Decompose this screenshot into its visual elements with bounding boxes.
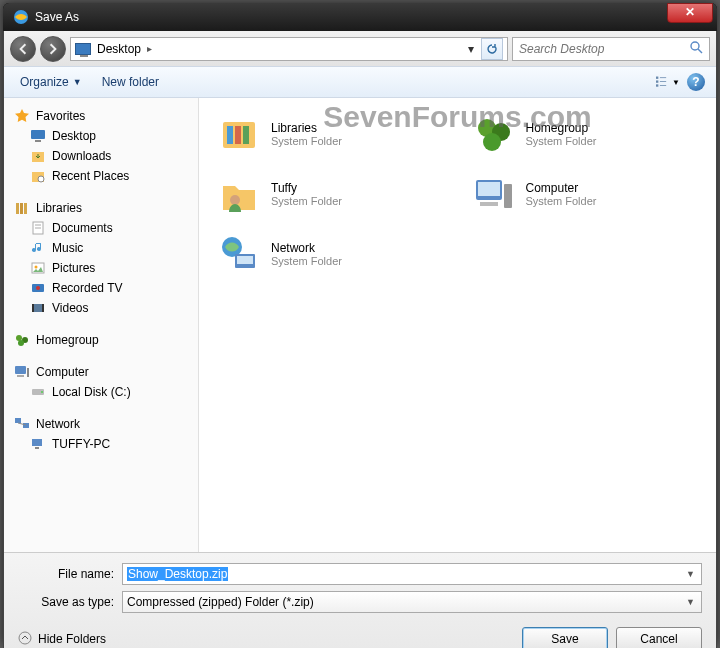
cancel-button[interactable]: Cancel bbox=[616, 627, 702, 648]
svg-point-1 bbox=[691, 42, 699, 50]
svg-rect-23 bbox=[32, 304, 34, 312]
sidebar-item-videos[interactable]: Videos bbox=[8, 298, 194, 318]
item-user[interactable]: TuffySystem Folder bbox=[213, 168, 448, 220]
sidebar-item-localdisk[interactable]: Local Disk (C:) bbox=[8, 382, 194, 402]
address-dropdown-icon[interactable]: ▾ bbox=[463, 39, 479, 59]
computer-icon bbox=[14, 364, 30, 380]
svg-rect-5 bbox=[656, 84, 658, 86]
window-title: Save As bbox=[35, 10, 79, 24]
filename-dropdown-icon[interactable]: ▼ bbox=[686, 569, 695, 579]
search-box[interactable] bbox=[512, 37, 710, 61]
sidebar-item-music[interactable]: Music bbox=[8, 238, 194, 258]
item-homegroup[interactable]: HomegroupSystem Folder bbox=[468, 108, 703, 160]
tv-icon bbox=[30, 280, 46, 296]
videos-icon bbox=[30, 300, 46, 316]
sidebar-favorites[interactable]: Favorites bbox=[8, 106, 194, 126]
star-icon bbox=[14, 108, 30, 124]
savetype-dropdown-icon[interactable]: ▼ bbox=[686, 597, 695, 607]
hide-folders-button[interactable]: Hide Folders bbox=[18, 631, 106, 648]
breadcrumb-arrow-icon[interactable]: ▸ bbox=[147, 43, 152, 54]
search-icon bbox=[689, 40, 703, 57]
homegroup-icon bbox=[14, 332, 30, 348]
save-as-dialog: Save As ✕ Desktop ▸ ▾ Organize bbox=[3, 3, 717, 645]
sidebar-item-desktop[interactable]: Desktop bbox=[8, 126, 194, 146]
network-icon bbox=[14, 416, 30, 432]
nav-row: Desktop ▸ ▾ bbox=[4, 31, 716, 66]
item-computer[interactable]: ComputerSystem Folder bbox=[468, 168, 703, 220]
svg-point-53 bbox=[19, 632, 31, 644]
footer: File name: Show_Desktop.zip ▼ Save as ty… bbox=[4, 552, 716, 648]
sidebar-item-recordedtv[interactable]: Recorded TV bbox=[8, 278, 194, 298]
search-input[interactable] bbox=[519, 42, 703, 56]
organize-button[interactable]: Organize ▼ bbox=[12, 71, 90, 93]
svg-point-27 bbox=[18, 340, 24, 346]
svg-rect-28 bbox=[15, 366, 26, 374]
svg-line-2 bbox=[698, 49, 702, 53]
sidebar-item-downloads[interactable]: Downloads bbox=[8, 146, 194, 166]
svg-point-44 bbox=[483, 133, 501, 151]
svg-rect-3 bbox=[656, 77, 658, 79]
close-button[interactable]: ✕ bbox=[667, 3, 713, 23]
svg-rect-12 bbox=[16, 203, 19, 214]
pc-icon bbox=[30, 436, 46, 452]
address-bar[interactable]: Desktop ▸ ▾ bbox=[70, 37, 508, 61]
filename-label: File name: bbox=[18, 567, 114, 581]
item-libraries[interactable]: LibrariesSystem Folder bbox=[213, 108, 448, 160]
homegroup-large-icon bbox=[472, 112, 516, 156]
svg-point-19 bbox=[35, 266, 38, 269]
svg-rect-29 bbox=[27, 368, 29, 377]
item-network[interactable]: NetworkSystem Folder bbox=[213, 228, 448, 280]
sidebar-homegroup[interactable]: Homegroup bbox=[8, 330, 194, 350]
titlebar[interactable]: Save As ✕ bbox=[3, 3, 717, 31]
libraries-large-icon bbox=[217, 112, 261, 156]
save-button[interactable]: Save bbox=[522, 627, 608, 648]
svg-rect-9 bbox=[31, 130, 45, 139]
network-large-icon bbox=[217, 232, 261, 276]
music-icon bbox=[30, 240, 46, 256]
savetype-field[interactable]: Compressed (zipped) Folder (*.zip) ▼ bbox=[122, 591, 702, 613]
toolbar: Organize ▼ New folder ▼ ? bbox=[4, 66, 716, 98]
sidebar-item-documents[interactable]: Documents bbox=[8, 218, 194, 238]
forward-button[interactable] bbox=[40, 36, 66, 62]
user-folder-large-icon bbox=[217, 172, 261, 216]
svg-rect-48 bbox=[504, 184, 512, 208]
filename-field[interactable]: Show_Desktop.zip ▼ bbox=[122, 563, 702, 585]
savetype-label: Save as type: bbox=[18, 595, 114, 609]
svg-rect-10 bbox=[35, 140, 41, 142]
savetype-value: Compressed (zipped) Folder (*.zip) bbox=[127, 595, 314, 609]
help-button[interactable]: ? bbox=[684, 70, 708, 94]
new-folder-button[interactable]: New folder bbox=[94, 71, 167, 93]
svg-rect-8 bbox=[660, 85, 666, 86]
documents-icon bbox=[30, 220, 46, 236]
refresh-button[interactable] bbox=[481, 38, 503, 60]
svg-rect-52 bbox=[237, 256, 253, 264]
svg-rect-34 bbox=[23, 423, 29, 428]
sidebar-libraries[interactable]: Libraries bbox=[8, 198, 194, 218]
desktop-icon bbox=[30, 128, 46, 144]
filename-value[interactable]: Show_Desktop.zip bbox=[127, 567, 228, 581]
svg-rect-6 bbox=[660, 77, 666, 78]
svg-rect-14 bbox=[24, 203, 27, 214]
computer-large-icon bbox=[472, 172, 516, 216]
recent-icon bbox=[30, 168, 46, 184]
svg-rect-7 bbox=[660, 81, 666, 82]
sidebar-network[interactable]: Network bbox=[8, 414, 194, 434]
location-text: Desktop bbox=[97, 42, 141, 56]
svg-rect-49 bbox=[480, 202, 498, 206]
svg-rect-24 bbox=[42, 304, 44, 312]
ie-icon bbox=[13, 9, 29, 25]
svg-point-21 bbox=[36, 286, 40, 290]
svg-rect-40 bbox=[235, 126, 241, 144]
sidebar-item-pictures[interactable]: Pictures bbox=[8, 258, 194, 278]
svg-rect-37 bbox=[35, 447, 39, 449]
svg-point-45 bbox=[230, 195, 240, 205]
sidebar-computer[interactable]: Computer bbox=[8, 362, 194, 382]
view-options-button[interactable]: ▼ bbox=[656, 70, 680, 94]
sidebar-item-recent[interactable]: Recent Places bbox=[8, 166, 194, 186]
svg-rect-4 bbox=[656, 80, 658, 82]
back-button[interactable] bbox=[10, 36, 36, 62]
svg-point-11 bbox=[38, 176, 44, 182]
disk-icon bbox=[30, 384, 46, 400]
svg-rect-33 bbox=[15, 418, 21, 423]
sidebar-item-tuffypc[interactable]: TUFFY-PC bbox=[8, 434, 194, 454]
